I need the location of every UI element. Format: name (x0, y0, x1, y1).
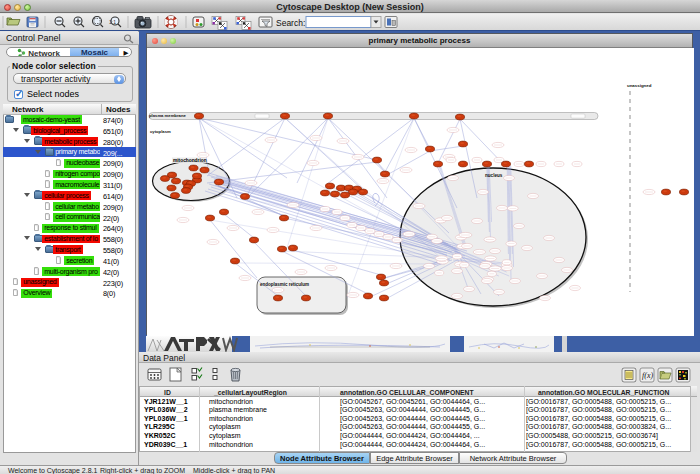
svg-text:nucleus: nucleus (485, 173, 503, 178)
svg-text:endoplasmic reticulum: endoplasmic reticulum (260, 282, 309, 287)
svg-text:cytoplasm: cytoplasm (150, 129, 171, 134)
svg-text:Search:: Search: (276, 18, 305, 28)
svg-text:mitochondrion: mitochondrion (173, 158, 207, 163)
svg-text:unassigned: unassigned (627, 83, 652, 88)
svg-text:f(x): f(x) (642, 371, 653, 380)
svg-text:1:1: 1:1 (109, 19, 116, 25)
svg-text:plasma membrane: plasma membrane (149, 113, 186, 118)
